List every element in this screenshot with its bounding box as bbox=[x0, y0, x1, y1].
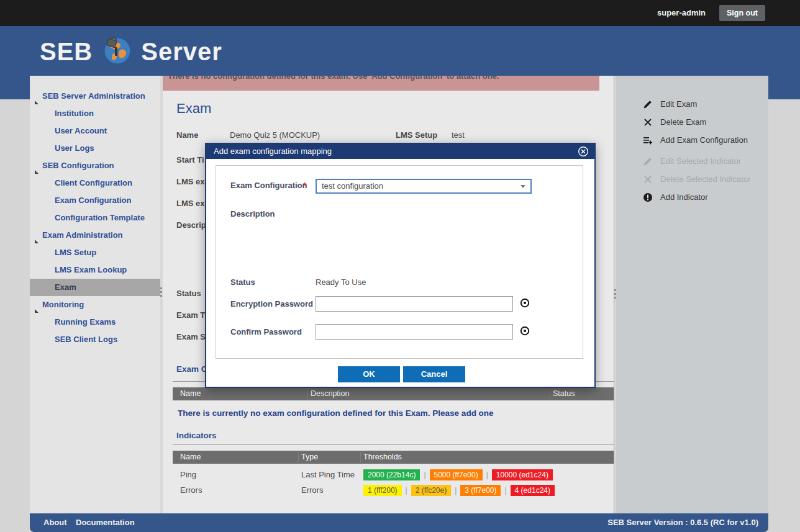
exam-name-label: Name bbox=[176, 130, 198, 140]
exam-name-value: Demo Quiz 5 (MOCKUP) bbox=[230, 130, 320, 140]
threshold-badge: 2000 (22b14c) bbox=[363, 469, 420, 480]
app-logo: SEB Server bbox=[40, 35, 222, 68]
exam-supporter-label: Exam S bbox=[176, 332, 206, 341]
column-header-name: Name bbox=[180, 451, 201, 464]
edit-selected-indicator-action: Edit Selected Indicator bbox=[616, 155, 768, 168]
logo-text-seb: SEB bbox=[40, 38, 93, 66]
sidebar-item-exam[interactable]: Exam bbox=[30, 279, 160, 296]
column-header-thresholds: Thresholds bbox=[363, 451, 402, 464]
exam-configuration-field-label: Exam Configuration bbox=[230, 181, 307, 190]
exam-configuration-section-title: Exam C bbox=[176, 364, 207, 374]
lms-setup-label: LMS Setup bbox=[396, 130, 437, 140]
cancel-button[interactable]: Cancel bbox=[403, 366, 465, 382]
chevron-down-icon bbox=[520, 185, 525, 188]
exam-config-table-header: Name Description Status bbox=[173, 387, 614, 400]
dropdown-selected-value: test configuration bbox=[322, 180, 383, 192]
status-label: Status bbox=[176, 289, 201, 298]
column-header-type: Type bbox=[301, 451, 318, 464]
current-user-label: super-admin bbox=[657, 0, 706, 26]
edit-icon bbox=[643, 99, 653, 112]
confirm-password-input[interactable] bbox=[316, 324, 513, 340]
sidebar-item-seb-client-logs[interactable]: SEB Client Logs bbox=[30, 331, 160, 348]
footer-bar: About Documentation SEB Server Version :… bbox=[30, 513, 768, 532]
description-field-label: Description bbox=[230, 209, 275, 219]
sidebar-item-lms-exam-lookup[interactable]: LMS Exam Lookup bbox=[30, 261, 160, 279]
close-icon[interactable] bbox=[578, 146, 589, 157]
about-link[interactable]: About bbox=[43, 513, 67, 532]
edit-exam-action[interactable]: Edit Exam bbox=[616, 97, 768, 111]
page-title: Exam bbox=[176, 101, 211, 117]
action-panel: Edit Exam Delete Exam Add Exam Configura… bbox=[616, 76, 768, 513]
add-indicator-action[interactable]: Add Indicator bbox=[616, 191, 768, 204]
sidebar-item-exam-administration[interactable]: Exam Administration bbox=[30, 227, 160, 244]
lms-exam-label-2: LMS ex bbox=[176, 199, 205, 208]
sash-grip[interactable] bbox=[614, 289, 616, 300]
sidebar-item-exam-configuration[interactable]: Exam Configuration bbox=[30, 192, 160, 209]
exam-config-empty-message: There is currently no exam configuration… bbox=[178, 408, 494, 418]
threshold-badges: 2000 (22b14c) | 5000 (ff7e00) | 10000 (e… bbox=[363, 467, 553, 482]
status-field-value: Ready To Use bbox=[316, 277, 366, 287]
dialog-title: Add exam configuration mapping bbox=[214, 144, 332, 159]
sidebar-item-seb-server-administration[interactable]: SEB Server Administration bbox=[30, 88, 160, 105]
threshold-badge: 1 (fff200) bbox=[363, 485, 402, 496]
top-bar: super-admin Sign out bbox=[0, 0, 800, 26]
encryption-password-label: Encryption Password bbox=[230, 299, 313, 309]
section-divider bbox=[173, 444, 614, 445]
sidebar-item-seb-configuration[interactable]: SEB Configuration bbox=[30, 157, 160, 174]
sidebar-item-institution[interactable]: Institution bbox=[30, 105, 160, 122]
lms-setup-value: test bbox=[452, 130, 465, 140]
eye-icon[interactable] bbox=[519, 297, 530, 309]
documentation-link[interactable]: Documentation bbox=[76, 513, 135, 532]
threshold-badge: 10000 (ed1c24) bbox=[492, 469, 553, 480]
delete-icon bbox=[643, 174, 653, 187]
status-field-label: Status bbox=[230, 277, 255, 287]
seb-server-app: super-admin Sign out SEB Server SEB Serv… bbox=[0, 0, 800, 532]
indicators-table-header: Name Type Thresholds bbox=[173, 451, 614, 464]
exam-configuration-dropdown[interactable]: test configuration bbox=[316, 179, 532, 194]
indicators-section-title: Indicators bbox=[176, 431, 217, 440]
lms-exam-label-1: LMS ex bbox=[176, 177, 205, 186]
sidebar-item-monitoring[interactable]: Monitoring bbox=[30, 296, 160, 313]
dialog-field-group: Exam Configuration * test configuration … bbox=[216, 165, 583, 359]
add-exam-config-mapping-dialog: Add exam configuration mapping Exam Conf… bbox=[205, 143, 596, 388]
sign-out-button[interactable]: Sign out bbox=[719, 5, 765, 21]
column-header-status: Status bbox=[553, 387, 575, 400]
add-config-icon bbox=[643, 135, 653, 148]
threshold-badge: 3 (ff7e00) bbox=[460, 485, 501, 496]
start-time-label: Start Ti bbox=[176, 155, 204, 165]
navigation-sidebar: SEB Server Administration Institution Us… bbox=[30, 76, 160, 513]
threshold-badge: 2 (ffc20e) bbox=[411, 485, 451, 496]
delete-selected-indicator-action: Delete Selected Indicator bbox=[616, 173, 768, 186]
sidebar-item-user-account[interactable]: User Account bbox=[30, 122, 160, 140]
threshold-badge: 5000 (ff7e00) bbox=[430, 469, 483, 480]
required-marker: * bbox=[303, 181, 306, 191]
edit-icon bbox=[643, 156, 653, 169]
sidebar-item-running-exams[interactable]: Running Exams bbox=[30, 313, 160, 331]
warning-banner: There is no configuration defined for th… bbox=[163, 76, 599, 91]
confirm-password-label: Confirm Password bbox=[230, 327, 302, 336]
encryption-password-input[interactable] bbox=[316, 296, 513, 312]
eye-icon[interactable] bbox=[519, 325, 530, 336]
ok-button[interactable]: OK bbox=[338, 366, 400, 382]
delete-exam-action[interactable]: Delete Exam bbox=[616, 115, 768, 129]
globe-icon bbox=[101, 35, 132, 68]
add-indicator-icon bbox=[643, 192, 653, 205]
indicator-type: Errors bbox=[301, 482, 323, 498]
indicator-name: Errors bbox=[180, 482, 202, 498]
threshold-badges: 1 (fff200) | 2 (ffc20e) | 3 (ff7e00) | 4… bbox=[363, 482, 555, 498]
sidebar-item-client-configuration[interactable]: Client Configuration bbox=[30, 174, 160, 192]
sash-grip[interactable] bbox=[160, 287, 162, 299]
column-header-description: Description bbox=[311, 387, 350, 400]
version-label: SEB Server Version : 0.6.5 (RC for v1.0) bbox=[607, 513, 758, 532]
sidebar-item-lms-setup[interactable]: LMS Setup bbox=[30, 244, 160, 261]
sidebar-item-configuration-template[interactable]: Configuration Template bbox=[30, 209, 160, 227]
indicator-row-errors[interactable]: Errors Errors 1 (fff200) | 2 (ffc20e) | … bbox=[173, 482, 614, 498]
delete-icon bbox=[643, 117, 653, 130]
threshold-badge: 4 (ed1c24) bbox=[511, 485, 555, 496]
sidebar-item-user-logs[interactable]: User Logs bbox=[30, 140, 160, 157]
indicator-name: Ping bbox=[180, 467, 196, 482]
indicator-row-ping[interactable]: Ping Last Ping Time 2000 (22b14c) | 5000… bbox=[173, 467, 614, 482]
add-exam-configuration-action[interactable]: Add Exam Configuration bbox=[616, 133, 768, 147]
logo-text-server: Server bbox=[141, 38, 222, 66]
exam-type-label: Exam Ty bbox=[176, 310, 209, 320]
